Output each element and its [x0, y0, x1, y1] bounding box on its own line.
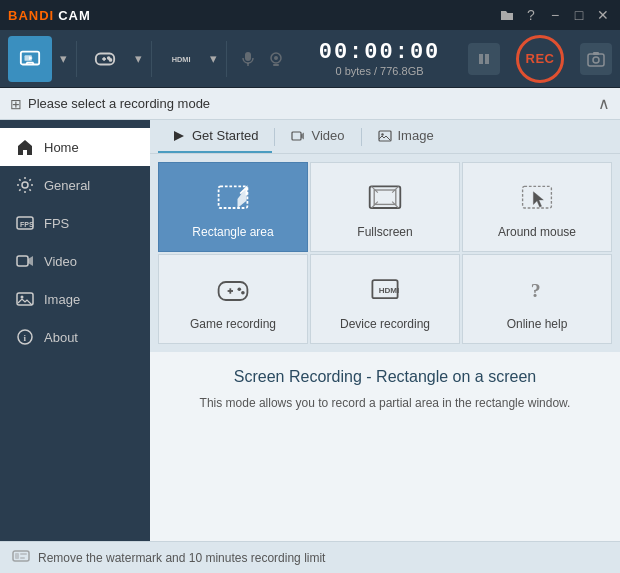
sidebar: Home General FPS FPS Video [0, 120, 150, 541]
mode-help[interactable]: ? Online help [462, 254, 612, 344]
tabs-bar: Get Started Video Image [150, 120, 620, 154]
svg-marker-32 [238, 187, 247, 208]
mode-device-label: Device recording [340, 317, 430, 331]
content-area: Get Started Video Image [150, 120, 620, 541]
mode-rectangle-label: Rectangle area [192, 225, 273, 239]
svg-text:HDMI: HDMI [379, 286, 400, 295]
statusbar-text: Remove the watermark and 10 minutes reco… [38, 551, 325, 565]
svg-point-17 [593, 57, 599, 63]
svg-text:i: i [24, 333, 27, 343]
help-button[interactable]: ? [522, 6, 540, 24]
svg-text:HDMI: HDMI [172, 54, 191, 63]
svg-text:?: ? [531, 279, 541, 301]
svg-rect-28 [292, 132, 301, 140]
tab-video-label: Video [311, 128, 344, 143]
hdmi-mode-arrow[interactable]: ▾ [206, 36, 220, 82]
svg-rect-51 [20, 553, 27, 555]
sidebar-item-fps[interactable]: FPS FPS [0, 204, 150, 242]
logo-cam: CAM [58, 8, 91, 23]
file-size-text: 0 bytes / 776.8GB [335, 65, 423, 77]
mode-bar-icon: ⊞ [10, 96, 22, 112]
sidebar-label-home: Home [44, 140, 79, 155]
close-button[interactable]: ✕ [594, 6, 612, 24]
toolbar: ▾ ▾ HDMI ▾ [0, 30, 620, 88]
pause-button[interactable] [468, 43, 500, 75]
mode-fullscreen-label: Fullscreen [357, 225, 412, 239]
mode-bar-text: Please select a recording mode [28, 96, 598, 111]
hdmi-button[interactable]: HDMI [158, 36, 202, 82]
screen-mode-arrow[interactable]: ▾ [56, 36, 70, 82]
svg-rect-13 [273, 64, 279, 66]
mode-around-mouse-label: Around mouse [498, 225, 576, 239]
tab-get-started-label: Get Started [192, 128, 258, 143]
tab-image[interactable]: Image [364, 120, 448, 153]
sidebar-item-image[interactable]: Image [0, 280, 150, 318]
svg-point-7 [110, 59, 112, 61]
screenshot-button[interactable] [580, 43, 612, 75]
svg-rect-52 [20, 557, 25, 559]
window-controls: ? − □ ✕ [498, 6, 612, 24]
tab-get-started[interactable]: Get Started [158, 120, 272, 153]
game-mode-arrow[interactable]: ▾ [131, 36, 145, 82]
tab-sep-2 [361, 128, 362, 146]
svg-point-30 [381, 133, 383, 135]
description-text: This mode allows you to record a partial… [170, 394, 600, 412]
mode-game[interactable]: Game recording [158, 254, 308, 344]
mode-help-label: Online help [507, 317, 568, 331]
svg-marker-27 [174, 131, 184, 141]
svg-point-45 [241, 291, 245, 295]
minimize-button[interactable]: − [546, 6, 564, 24]
sep3 [226, 41, 227, 77]
svg-point-24 [21, 296, 24, 299]
microphone-icon[interactable] [237, 50, 259, 68]
sep2 [151, 41, 152, 77]
svg-rect-9 [245, 52, 251, 61]
svg-rect-15 [485, 54, 489, 64]
sidebar-item-video[interactable]: Video [0, 242, 150, 280]
sidebar-item-home[interactable]: Home [0, 128, 150, 166]
sidebar-label-image: Image [44, 292, 80, 307]
timer-display: 00:00:00 0 bytes / 776.8GB [319, 40, 441, 77]
webcam-icon[interactable] [265, 50, 287, 68]
svg-rect-18 [593, 52, 599, 55]
sidebar-item-about[interactable]: i About [0, 318, 150, 356]
timer-text: 00:00:00 [319, 40, 441, 65]
statusbar: Remove the watermark and 10 minutes reco… [0, 541, 620, 573]
tab-video[interactable]: Video [277, 120, 358, 153]
sidebar-label-general: General [44, 178, 90, 193]
svg-point-44 [238, 287, 242, 291]
rec-button[interactable]: REC [516, 35, 564, 83]
sidebar-label-fps: FPS [44, 216, 69, 231]
mode-fullscreen[interactable]: Fullscreen [310, 162, 460, 252]
logo-band: BANDI [8, 8, 54, 23]
statusbar-icon [12, 549, 30, 566]
screen-record-button[interactable] [8, 36, 52, 82]
mode-device[interactable]: HDMI Device recording [310, 254, 460, 344]
game-record-button[interactable] [83, 36, 127, 82]
collapse-icon[interactable]: ∧ [598, 94, 610, 113]
sidebar-label-about: About [44, 330, 78, 345]
svg-rect-22 [17, 256, 28, 266]
modes-grid: Rectangle area Fullscreen [150, 154, 620, 352]
main-layout: Home General FPS FPS Video [0, 120, 620, 541]
sidebar-label-video: Video [44, 254, 77, 269]
svg-marker-40 [533, 192, 543, 207]
tab-sep-1 [274, 128, 275, 146]
tab-image-label: Image [398, 128, 434, 143]
description-title: Screen Recording - Rectangle on a screen [170, 368, 600, 386]
sep1 [76, 41, 77, 77]
mode-rectangle[interactable]: Rectangle area [158, 162, 308, 252]
app-logo: BANDICAM [8, 8, 91, 23]
folder-button[interactable] [498, 6, 516, 24]
svg-rect-16 [588, 54, 604, 66]
mode-game-label: Game recording [190, 317, 276, 331]
rec-label: REC [526, 51, 555, 66]
sidebar-item-general[interactable]: General [0, 166, 150, 204]
svg-text:FPS: FPS [20, 221, 34, 228]
maximize-button[interactable]: □ [570, 6, 588, 24]
svg-point-12 [274, 56, 278, 60]
svg-rect-14 [479, 54, 483, 64]
mode-around-mouse[interactable]: Around mouse [462, 162, 612, 252]
titlebar: BANDICAM ? − □ ✕ [0, 0, 620, 30]
recording-section: 00:00:00 0 bytes / 776.8GB [295, 40, 464, 77]
